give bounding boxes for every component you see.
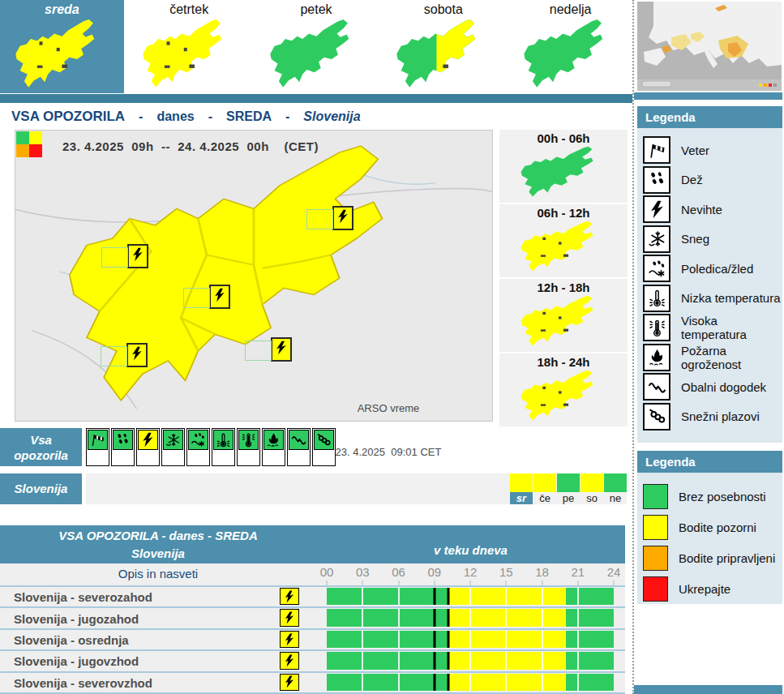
table-row-jugovzhod: Slovenija - jugovzhod: [0, 651, 625, 672]
timeline-gridline: [362, 631, 363, 648]
day-col-ne[interactable]: ne: [604, 473, 627, 504]
tab-sreda[interactable]: sreda: [0, 0, 124, 93]
day-abbr: so: [581, 492, 603, 504]
nizka-temperatura-icon: [213, 430, 233, 450]
current-time-marker: [433, 609, 435, 626]
region-row-label[interactable]: Slovenija - jugovzhod: [14, 654, 139, 668]
region-row-label[interactable]: Slovenija - severovzhod: [14, 675, 152, 689]
hour-tick: [398, 580, 399, 585]
thunderstorm-icon: [130, 346, 144, 364]
nevihte-icon: [643, 195, 670, 223]
warning-timeline: [327, 609, 614, 626]
slovenia-minimap: [516, 19, 624, 89]
timeline-gridline: [577, 652, 579, 669]
warning-type-visoka-temperatura[interactable]: [237, 428, 260, 466]
legend-item-dez: Dež: [637, 165, 782, 195]
warning-type-nizka-temperatura[interactable]: [212, 428, 235, 466]
table-header: VSA OPOZORILA - danes - SREDA Slovenija …: [0, 525, 625, 563]
tab-label: nedelja: [508, 0, 632, 19]
region-label: Slovenija: [0, 473, 82, 504]
warning-timeline: [327, 652, 614, 669]
hour-tick: [470, 580, 471, 585]
warning-type-poledica[interactable]: [186, 428, 210, 466]
hour-tick: [362, 580, 363, 585]
timeline-segment: [435, 609, 449, 626]
tab-sobota[interactable]: sobota: [381, 0, 505, 93]
tab-petek[interactable]: petek: [255, 0, 379, 93]
timeline-gridline: [398, 588, 400, 605]
timeline-gridline: [398, 609, 400, 626]
advice-column-header[interactable]: Opis in nasveti: [0, 567, 316, 580]
region-row-label[interactable]: Slovenija - osrednja: [14, 633, 129, 647]
tab-nedelja[interactable]: nedelja: [508, 0, 632, 93]
legend-item-label: Sneg: [681, 232, 709, 246]
warning-type-sneg[interactable]: [161, 428, 185, 466]
tab-label: petek: [255, 0, 379, 19]
legend-item-label: Poledica/žled: [681, 262, 753, 276]
hour-label: 21: [571, 565, 585, 579]
thunderstorm-icon: [274, 341, 289, 358]
day-warning-color: [557, 473, 580, 492]
day-warning-color: [581, 473, 603, 492]
hour-label: 15: [499, 565, 513, 579]
timeline-gridline: [505, 609, 507, 626]
legend-item-label: Snežni plazovi: [681, 409, 760, 423]
timeline-gridline: [398, 631, 400, 648]
day-col-ce[interactable]: če: [533, 473, 556, 504]
warning-type-dez[interactable]: [111, 428, 135, 466]
region-row-label[interactable]: Slovenija - severozahod: [14, 590, 152, 604]
pozarna-icon: [643, 344, 670, 371]
warning-type-pozarna[interactable]: [262, 428, 285, 466]
day-abbr: sr: [510, 492, 533, 504]
sidebar: Legenda Veter Dež Nevihte Sneg Poledica/…: [632, 0, 784, 694]
region-row-label[interactable]: Slovenija - jugozahod: [14, 611, 139, 625]
dez-icon: [643, 166, 670, 194]
hour-label: 24: [607, 565, 621, 579]
warning-type-veter[interactable]: [86, 428, 109, 466]
legend-icons-panel: Veter Dež Nevihte Sneg Poledica/žled Niz…: [637, 128, 782, 443]
hour-label: 12: [464, 565, 478, 579]
validity-period: 23. 4.2025 09h -- 24. 4.2025 00h (CET): [62, 139, 319, 153]
day-col-so[interactable]: so: [581, 473, 603, 504]
empty-warning-slot: [101, 346, 127, 366]
segment-label: 18h - 24h: [499, 353, 628, 369]
snezni-plazovi-icon: [643, 403, 670, 431]
day-col-sr[interactable]: sr: [510, 473, 533, 504]
legend-item-label: Nizka temperatura: [681, 291, 781, 305]
day-col-pe[interactable]: pe: [557, 473, 580, 504]
poledica-icon: [188, 430, 208, 450]
label-line: opozorila: [0, 448, 82, 463]
timeline-segment: [448, 674, 566, 691]
slovenia-minimap: [389, 19, 497, 89]
sneg-icon: [643, 225, 670, 253]
sneg-icon: [163, 430, 183, 450]
legend-item-visoka-temperatura: Visoka temperatura: [637, 313, 782, 343]
table-title: VSA OPOZORILA - danes - SREDA: [0, 529, 316, 542]
title-vsa-opozorila: VSA OPOZORILA: [11, 109, 125, 125]
tab-cetrtek[interactable]: četrtek: [127, 0, 251, 93]
segment-12-18: 12h - 18h: [499, 279, 628, 352]
warning-timeline: [327, 631, 614, 648]
obalni-icon: [643, 373, 670, 401]
warning-type-selector: [86, 428, 336, 466]
segment-label: 00h - 06h: [499, 130, 628, 145]
time-segments: 00h - 06h 06h - 12h 12h - 18h 18h - 24h: [499, 130, 628, 426]
legend-item-label: Obalni dogodek: [681, 380, 766, 394]
warning-type-obalni[interactable]: [287, 428, 311, 466]
timeline-segment: [435, 631, 449, 648]
timeline-segment: [435, 588, 449, 605]
all-warnings-label: Vsa opozorila: [0, 428, 82, 466]
warning-type-snezni-plazovi[interactable]: [312, 428, 336, 466]
thunderstorm-warning-marker: [126, 343, 148, 367]
warning-timeline: [327, 674, 614, 691]
thunderstorm-icon: [336, 209, 350, 227]
warning-type-nevihte[interactable]: [136, 428, 160, 466]
europe-overview-map[interactable]: [637, 2, 782, 91]
thunderstorm-icon: [280, 674, 299, 691]
timeline-gridline: [505, 652, 507, 669]
legend-item-label: Požarna ogroženost: [681, 344, 782, 371]
thunderstorm-icon: [280, 609, 299, 626]
warning-timeline: [327, 588, 614, 605]
snezni-plazovi-icon: [314, 430, 334, 450]
hour-tick: [327, 580, 328, 585]
